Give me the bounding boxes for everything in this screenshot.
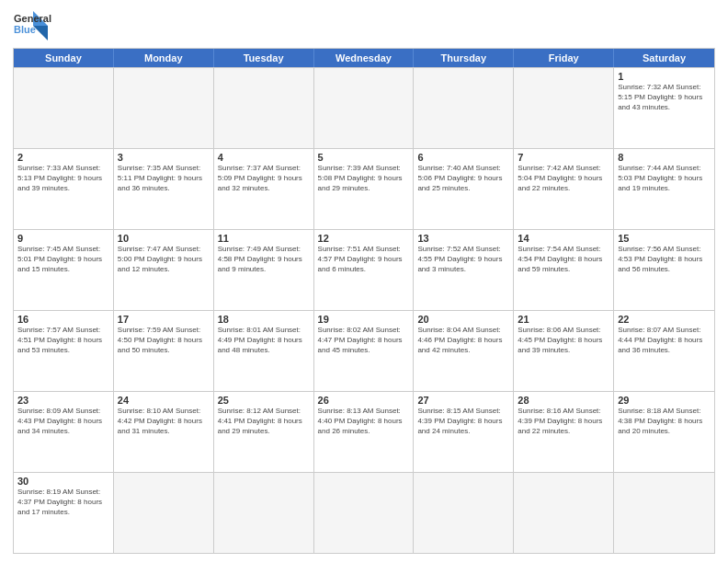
day-number: 4 (218, 152, 310, 163)
day-info: Sunrise: 8:15 AM Sunset: 4:39 PM Dayligh… (417, 407, 509, 436)
day-number: 26 (318, 395, 410, 406)
day-number: 1 (618, 71, 711, 82)
day-info: Sunrise: 7:44 AM Sunset: 5:03 PM Dayligh… (618, 164, 711, 193)
day-cell: 1Sunrise: 7:32 AM Sunset: 5:15 PM Daylig… (614, 68, 714, 148)
day-number: 27 (417, 395, 509, 406)
day-number: 25 (218, 395, 310, 406)
day-info: Sunrise: 7:37 AM Sunset: 5:09 PM Dayligh… (218, 164, 310, 193)
day-info: Sunrise: 7:39 AM Sunset: 5:08 PM Dayligh… (318, 164, 410, 193)
day-cell: 24Sunrise: 8:10 AM Sunset: 4:42 PM Dayli… (114, 392, 214, 472)
day-cell: 18Sunrise: 8:01 AM Sunset: 4:49 PM Dayli… (214, 311, 314, 391)
week-row-3: 9Sunrise: 7:45 AM Sunset: 5:01 PM Daylig… (14, 229, 714, 310)
day-cell (514, 473, 614, 553)
day-number: 24 (118, 395, 210, 406)
day-info: Sunrise: 8:04 AM Sunset: 4:46 PM Dayligh… (417, 326, 509, 355)
week-row-4: 16Sunrise: 7:57 AM Sunset: 4:51 PM Dayli… (14, 310, 714, 391)
day-info: Sunrise: 7:35 AM Sunset: 5:11 PM Dayligh… (118, 164, 210, 193)
day-cell: 28Sunrise: 8:16 AM Sunset: 4:39 PM Dayli… (514, 392, 614, 472)
day-cell: 9Sunrise: 7:45 AM Sunset: 5:01 PM Daylig… (14, 230, 114, 310)
day-info: Sunrise: 8:18 AM Sunset: 4:38 PM Dayligh… (618, 407, 711, 436)
day-number: 13 (417, 233, 509, 244)
day-cell: 5Sunrise: 7:39 AM Sunset: 5:08 PM Daylig… (314, 149, 415, 229)
week-row-1: 1Sunrise: 7:32 AM Sunset: 5:15 PM Daylig… (14, 67, 714, 148)
day-number: 19 (318, 314, 410, 325)
day-info: Sunrise: 7:56 AM Sunset: 4:53 PM Dayligh… (618, 245, 711, 274)
calendar-body: 1Sunrise: 7:32 AM Sunset: 5:15 PM Daylig… (14, 67, 714, 553)
day-header-monday: Monday (114, 49, 214, 67)
day-number: 29 (618, 395, 711, 406)
day-cell: 7Sunrise: 7:42 AM Sunset: 5:04 PM Daylig… (514, 149, 614, 229)
week-row-2: 2Sunrise: 7:33 AM Sunset: 5:13 PM Daylig… (14, 148, 714, 229)
day-number: 8 (618, 152, 711, 163)
day-number: 9 (17, 233, 109, 244)
logo: GeneralBlue (13, 9, 53, 42)
day-cell: 30Sunrise: 8:19 AM Sunset: 4:37 PM Dayli… (14, 473, 114, 553)
day-info: Sunrise: 7:54 AM Sunset: 4:54 PM Dayligh… (518, 245, 609, 274)
day-cell (114, 473, 214, 553)
day-info: Sunrise: 8:12 AM Sunset: 4:41 PM Dayligh… (218, 407, 310, 436)
day-cell (414, 68, 514, 148)
day-cell: 12Sunrise: 7:51 AM Sunset: 4:57 PM Dayli… (314, 230, 415, 310)
page: GeneralBlue SundayMondayTuesdayWednesday… (0, 0, 728, 563)
day-info: Sunrise: 8:10 AM Sunset: 4:42 PM Dayligh… (118, 407, 210, 436)
day-number: 22 (618, 314, 711, 325)
day-cell: 3Sunrise: 7:35 AM Sunset: 5:11 PM Daylig… (114, 149, 214, 229)
day-info: Sunrise: 7:51 AM Sunset: 4:57 PM Dayligh… (318, 245, 410, 274)
day-info: Sunrise: 7:47 AM Sunset: 5:00 PM Dayligh… (118, 245, 210, 274)
day-info: Sunrise: 8:06 AM Sunset: 4:45 PM Dayligh… (518, 326, 609, 355)
calendar-header: SundayMondayTuesdayWednesdayThursdayFrid… (14, 49, 714, 67)
day-number: 16 (17, 314, 109, 325)
day-number: 6 (417, 152, 509, 163)
day-cell (214, 473, 314, 553)
day-number: 12 (318, 233, 410, 244)
day-cell: 17Sunrise: 7:59 AM Sunset: 4:50 PM Dayli… (114, 311, 214, 391)
day-info: Sunrise: 7:52 AM Sunset: 4:55 PM Dayligh… (417, 245, 509, 274)
day-number: 7 (518, 152, 609, 163)
header: GeneralBlue (13, 9, 715, 42)
day-number: 20 (417, 314, 509, 325)
day-cell: 29Sunrise: 8:18 AM Sunset: 4:38 PM Dayli… (614, 392, 714, 472)
day-number: 11 (218, 233, 310, 244)
day-cell (14, 68, 114, 148)
day-cell (414, 473, 514, 553)
day-info: Sunrise: 8:19 AM Sunset: 4:37 PM Dayligh… (17, 488, 109, 517)
day-cell: 10Sunrise: 7:47 AM Sunset: 5:00 PM Dayli… (114, 230, 214, 310)
day-cell (114, 68, 214, 148)
day-cell: 21Sunrise: 8:06 AM Sunset: 4:45 PM Dayli… (514, 311, 614, 391)
day-cell: 11Sunrise: 7:49 AM Sunset: 4:58 PM Dayli… (214, 230, 314, 310)
day-number: 5 (318, 152, 410, 163)
day-info: Sunrise: 7:57 AM Sunset: 4:51 PM Dayligh… (17, 326, 109, 355)
day-number: 23 (17, 395, 109, 406)
day-cell: 13Sunrise: 7:52 AM Sunset: 4:55 PM Dayli… (414, 230, 514, 310)
day-info: Sunrise: 7:42 AM Sunset: 5:04 PM Dayligh… (518, 164, 609, 193)
day-header-wednesday: Wednesday (314, 49, 415, 67)
week-row-6: 30Sunrise: 8:19 AM Sunset: 4:37 PM Dayli… (14, 472, 714, 553)
day-cell: 26Sunrise: 8:13 AM Sunset: 4:40 PM Dayli… (314, 392, 415, 472)
day-cell: 27Sunrise: 8:15 AM Sunset: 4:39 PM Dayli… (414, 392, 514, 472)
day-number: 2 (17, 152, 109, 163)
svg-text:General: General (14, 13, 51, 24)
day-number: 21 (518, 314, 609, 325)
day-info: Sunrise: 7:45 AM Sunset: 5:01 PM Dayligh… (17, 245, 109, 274)
day-number: 28 (518, 395, 609, 406)
day-cell: 22Sunrise: 8:07 AM Sunset: 4:44 PM Dayli… (614, 311, 714, 391)
day-number: 15 (618, 233, 711, 244)
day-cell: 20Sunrise: 8:04 AM Sunset: 4:46 PM Dayli… (414, 311, 514, 391)
day-info: Sunrise: 8:07 AM Sunset: 4:44 PM Dayligh… (618, 326, 711, 355)
day-info: Sunrise: 8:01 AM Sunset: 4:49 PM Dayligh… (218, 326, 310, 355)
day-info: Sunrise: 7:49 AM Sunset: 4:58 PM Dayligh… (218, 245, 310, 274)
day-number: 17 (118, 314, 210, 325)
svg-text:Blue: Blue (14, 24, 36, 35)
day-cell: 8Sunrise: 7:44 AM Sunset: 5:03 PM Daylig… (614, 149, 714, 229)
day-number: 18 (218, 314, 310, 325)
day-info: Sunrise: 7:59 AM Sunset: 4:50 PM Dayligh… (118, 326, 210, 355)
day-header-saturday: Saturday (614, 49, 714, 67)
day-cell: 23Sunrise: 8:09 AM Sunset: 4:43 PM Dayli… (14, 392, 114, 472)
day-header-sunday: Sunday (14, 49, 114, 67)
calendar: SundayMondayTuesdayWednesdayThursdayFrid… (13, 48, 715, 554)
day-info: Sunrise: 8:09 AM Sunset: 4:43 PM Dayligh… (17, 407, 109, 436)
day-cell: 6Sunrise: 7:40 AM Sunset: 5:06 PM Daylig… (414, 149, 514, 229)
day-cell: 19Sunrise: 8:02 AM Sunset: 4:47 PM Dayli… (314, 311, 415, 391)
day-header-thursday: Thursday (414, 49, 514, 67)
day-cell: 2Sunrise: 7:33 AM Sunset: 5:13 PM Daylig… (14, 149, 114, 229)
